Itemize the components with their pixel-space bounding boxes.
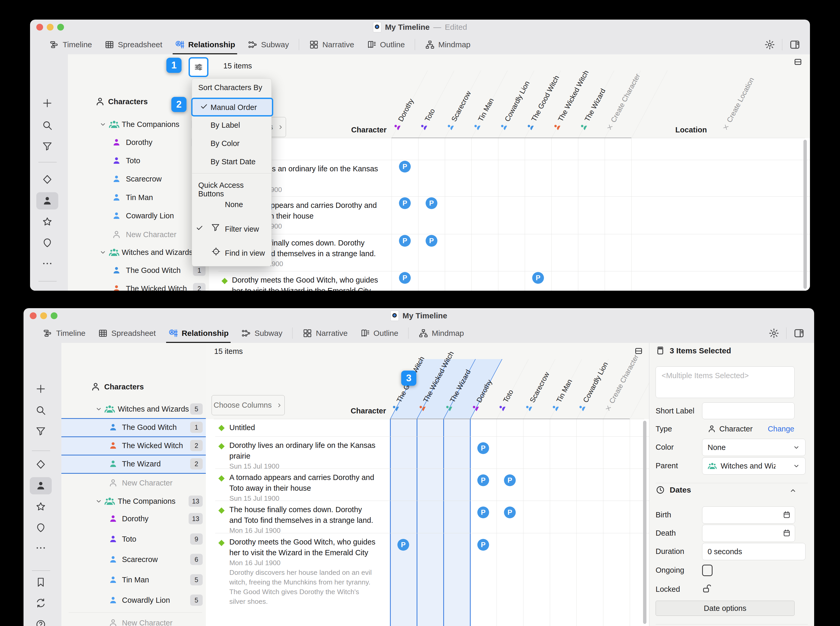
- vertical-scrollbar[interactable]: [803, 140, 807, 289]
- tab-narrative[interactable]: Narrative: [296, 323, 354, 343]
- choose-columns-button[interactable]: Choose Columns: [211, 395, 285, 415]
- menu-item-find-in-view[interactable]: Find in view: [225, 249, 271, 258]
- rail-bookmark-button[interactable]: [36, 289, 58, 291]
- participant-badge[interactable]: P: [504, 474, 516, 486]
- sidebar-item[interactable]: New Character: [61, 474, 206, 492]
- change-type-link[interactable]: Change: [768, 425, 794, 433]
- rail-ellipsis-button[interactable]: [30, 539, 52, 557]
- split-view-icon[interactable]: [793, 58, 802, 66]
- tab-outline[interactable]: Outline: [354, 323, 405, 343]
- participant-badge[interactable]: P: [477, 539, 489, 551]
- participant-badge[interactable]: P: [477, 474, 489, 486]
- chevron-down-icon[interactable]: [95, 405, 102, 413]
- sidebar-item[interactable]: Scarecrow6: [61, 550, 206, 568]
- close-icon[interactable]: [36, 24, 43, 31]
- color-dropdown[interactable]: None: [702, 439, 806, 456]
- event-row-label[interactable]: Untitled: [229, 422, 375, 433]
- event-row-label[interactable]: Dorothy lives an ordinary life on the Ka…: [229, 440, 375, 471]
- duration-input[interactable]: 0 seconds: [702, 543, 806, 560]
- sidebar-options-button[interactable]: [189, 57, 208, 77]
- event-row-label[interactable]: Dorothy meets the Good Witch, who guides…: [232, 275, 378, 291]
- participant-badge[interactable]: P: [477, 442, 489, 454]
- sidebar-item[interactable]: Dorothy13: [61, 510, 206, 528]
- sidebar-item[interactable]: New Character: [68, 225, 209, 244]
- minimize-icon[interactable]: [40, 312, 47, 319]
- sidebar-item[interactable]: The Companions13: [61, 492, 206, 510]
- tab-timeline[interactable]: Timeline: [43, 35, 98, 54]
- event-row-label[interactable]: A tornado appears and carries Dorothy an…: [229, 472, 375, 503]
- menu-item-manual-order[interactable]: Manual Order: [211, 103, 271, 112]
- rail-diamond-button[interactable]: [36, 171, 58, 188]
- tab-timeline[interactable]: Timeline: [37, 323, 92, 343]
- participant-badge[interactable]: P: [426, 235, 438, 247]
- rail-pin-button[interactable]: [30, 519, 52, 536]
- tab-spreadsheet[interactable]: Spreadsheet: [92, 323, 162, 343]
- panel-toggle-button[interactable]: [789, 39, 801, 50]
- sidebar-item[interactable]: Cowardly Lion5: [61, 591, 206, 609]
- panel-toggle-button[interactable]: [793, 327, 805, 339]
- rail-pin-button[interactable]: [36, 234, 58, 251]
- date-options-button[interactable]: Date options: [655, 601, 795, 616]
- window-controls[interactable]: [36, 20, 64, 35]
- vertical-scrollbar[interactable]: [643, 421, 646, 624]
- rail-star-button[interactable]: [36, 213, 58, 230]
- participant-badge[interactable]: P: [399, 272, 411, 284]
- lock-open-icon[interactable]: [702, 584, 712, 595]
- sidebar-item[interactable]: Tin Man5: [68, 188, 209, 207]
- rail-sync-button[interactable]: [30, 595, 52, 612]
- event-row-label[interactable]: Dorothy meets the Good Witch, who guides…: [229, 537, 375, 606]
- window-controls[interactable]: [30, 308, 58, 323]
- rail-plus-button[interactable]: [30, 380, 52, 398]
- rail-search-button[interactable]: [36, 117, 58, 134]
- rail-plus-button[interactable]: [36, 94, 58, 112]
- participant-badge[interactable]: P: [399, 235, 411, 247]
- zoom-icon[interactable]: [51, 312, 58, 319]
- chevron-down-icon[interactable]: [95, 498, 102, 505]
- participant-badge[interactable]: P: [426, 197, 438, 209]
- death-date-input[interactable]: [702, 525, 795, 542]
- chevron-down-icon[interactable]: [99, 121, 106, 128]
- chevron-down-icon[interactable]: [99, 249, 106, 256]
- sidebar-item[interactable]: Dorothy13: [68, 133, 209, 152]
- ongoing-checkbox[interactable]: [702, 565, 713, 576]
- rail-diamond-button[interactable]: [30, 456, 52, 473]
- tab-narrative[interactable]: Narrative: [303, 35, 360, 54]
- chevron-up-icon[interactable]: [789, 487, 797, 496]
- tab-mindmap[interactable]: Mindmap: [419, 35, 477, 54]
- sidebar-item[interactable]: Toto9: [61, 530, 206, 548]
- sidebar-item[interactable]: The Good Witch1: [68, 261, 209, 279]
- dates-section-header[interactable]: Dates: [655, 485, 691, 495]
- participant-badge[interactable]: P: [504, 507, 516, 518]
- sidebar-item[interactable]: The Wicked Witch2: [68, 279, 209, 291]
- participant-badge[interactable]: P: [532, 272, 544, 284]
- rail-filter-button[interactable]: [30, 423, 52, 440]
- minimize-icon[interactable]: [47, 24, 53, 31]
- rail-person-button[interactable]: [36, 192, 58, 210]
- participant-badge[interactable]: P: [399, 161, 411, 173]
- short-label-input[interactable]: [702, 402, 795, 419]
- settings-button[interactable]: [764, 39, 775, 50]
- sidebar-item[interactable]: The Wicked Witch2: [61, 437, 206, 455]
- menu-item-filter-view[interactable]: Filter view: [225, 225, 271, 233]
- rail-star-button[interactable]: [30, 498, 52, 515]
- sidebar-item[interactable]: The Companions13: [68, 115, 209, 133]
- rail-bookmark-button[interactable]: [30, 573, 52, 591]
- rail-search-button[interactable]: [30, 402, 52, 419]
- tab-mindmap[interactable]: Mindmap: [412, 323, 470, 343]
- sidebar-item[interactable]: Witches and Wizards5: [68, 243, 209, 261]
- sidebar-item[interactable]: New Character: [61, 614, 206, 626]
- rail-help-button[interactable]: [30, 616, 52, 626]
- tab-subway[interactable]: Subway: [241, 35, 295, 54]
- menu-item[interactable]: By Start Date: [211, 158, 271, 166]
- menu-item[interactable]: By Color: [211, 139, 271, 148]
- rail-filter-button[interactable]: [36, 138, 58, 155]
- menu-item-none[interactable]: None: [225, 200, 271, 209]
- sidebar-item[interactable]: Toto9: [68, 152, 209, 170]
- tab-outline[interactable]: Outline: [360, 35, 411, 54]
- participant-badge[interactable]: P: [399, 197, 411, 209]
- settings-button[interactable]: [768, 328, 779, 339]
- close-icon[interactable]: [30, 312, 37, 319]
- split-view-icon[interactable]: [634, 347, 643, 355]
- birth-date-input[interactable]: [702, 506, 795, 524]
- tab-relationship[interactable]: Relationship: [162, 323, 235, 343]
